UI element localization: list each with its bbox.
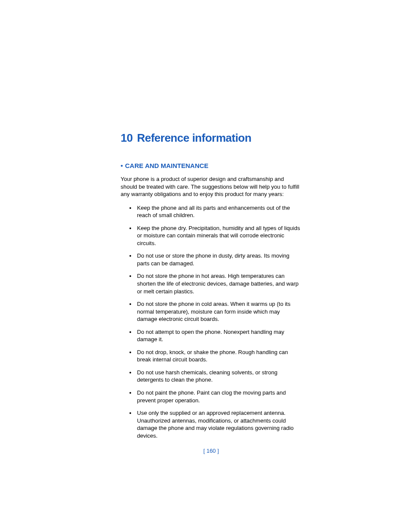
chapter-title-text: Reference information [137,131,251,144]
list-item: Do not store the phone in cold areas. Wh… [129,300,302,323]
list-item: Do not store the phone in hot areas. Hig… [129,272,302,295]
list-item: Do not use harsh chemicals, cleaning sol… [129,369,302,384]
bullet-list: Keep the phone and all its parts and enh… [121,204,302,440]
page-content: 10Reference information •CARE AND MAINTE… [121,131,302,445]
list-item: Do not paint the phone. Paint can clog t… [129,389,302,404]
chapter-title: 10Reference information [121,131,302,145]
page-number: [ 160 ] [121,448,302,454]
list-item: Do not use or store the phone in dusty, … [129,252,302,267]
chapter-number: 10 [121,131,133,144]
list-item: Use only the supplied or an approved rep… [129,409,302,439]
section-heading-text: CARE AND MAINTENANCE [125,162,209,169]
list-item: Keep the phone and all its parts and enh… [129,204,302,219]
list-item: Do not attempt to open the phone. Nonexp… [129,328,302,343]
intro-paragraph: Your phone is a product of superior desi… [121,175,302,198]
heading-bullet-icon: • [121,162,123,169]
section-heading: •CARE AND MAINTENANCE [121,162,302,169]
list-item: Keep the phone dry. Precipitation, humid… [129,224,302,247]
list-item: Do not drop, knock, or shake the phone. … [129,348,302,364]
